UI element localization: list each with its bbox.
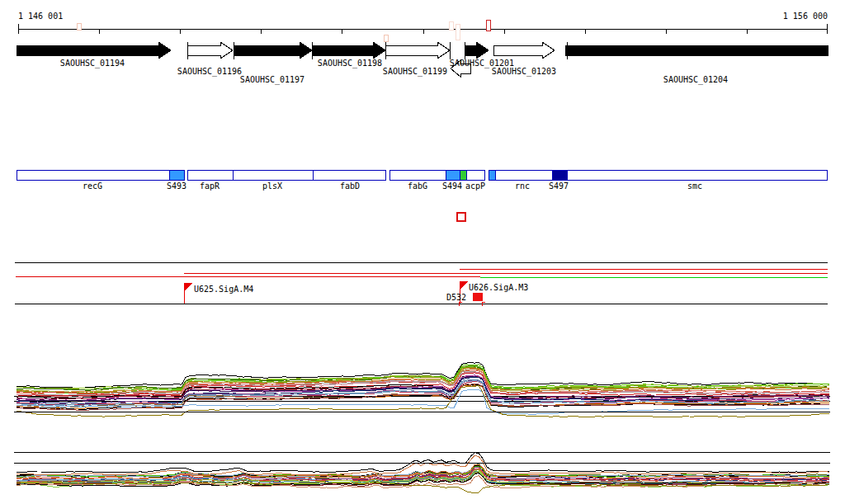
map-label[interactable]: smc xyxy=(687,181,702,191)
flag-label[interactable]: U625.SigA.M4 xyxy=(194,285,253,294)
map-segment[interactable] xyxy=(460,171,466,180)
gene-arrow[interactable] xyxy=(465,42,489,59)
map-label[interactable]: S493 xyxy=(167,181,186,191)
map-segment[interactable] xyxy=(17,171,169,180)
gene-label[interactable]: SAOUHSC_01197 xyxy=(240,75,304,85)
map-segment[interactable] xyxy=(466,171,485,180)
profile-trace xyxy=(17,370,829,393)
map-segment[interactable] xyxy=(233,171,313,180)
gene-arrow[interactable] xyxy=(565,45,828,55)
gene-arrow[interactable] xyxy=(234,42,312,59)
gene-arrow[interactable] xyxy=(312,42,385,59)
prediction-mark xyxy=(384,35,388,41)
map-segment[interactable] xyxy=(489,171,495,180)
map-label[interactable]: fabG xyxy=(408,181,427,191)
flag-box-icon[interactable] xyxy=(473,293,483,301)
flag-icon[interactable] xyxy=(184,283,192,291)
probe-marker-square[interactable] xyxy=(457,213,465,221)
flag-label[interactable]: D532 xyxy=(446,293,466,302)
map-segment[interactable] xyxy=(446,171,460,180)
map-segment[interactable] xyxy=(169,171,185,180)
map-label[interactable]: rnc xyxy=(515,181,530,191)
prediction-mark xyxy=(449,21,453,30)
gene-arrow[interactable] xyxy=(187,42,233,59)
gene-label[interactable]: SAOUHSC_01199 xyxy=(383,67,447,77)
map-segment[interactable] xyxy=(495,171,552,180)
gene-label[interactable]: SAOUHSC_01204 xyxy=(663,75,728,85)
genome-browser-canvas: 1 146 001 1 156 000 SAOUHSC_01194SAOUHSC… xyxy=(0,0,845,504)
ruler-start-coordinate: 1 146 001 xyxy=(18,12,63,21)
map-segment[interactable] xyxy=(389,171,446,180)
map-label[interactable]: recG xyxy=(83,181,102,191)
browser-scene: 1 146 001 1 156 000 SAOUHSC_01194SAOUHSC… xyxy=(0,0,845,504)
gene-arrow[interactable] xyxy=(17,42,171,59)
prediction-mark xyxy=(456,24,460,40)
prediction-mark xyxy=(77,23,81,30)
prediction-mark xyxy=(486,20,490,31)
gene-label[interactable]: SAOUHSC_01203 xyxy=(492,67,556,77)
map-segment[interactable] xyxy=(552,171,567,180)
map-label[interactable]: S497 xyxy=(549,181,569,191)
ruler-end-coordinate: 1 156 000 xyxy=(783,12,828,21)
gene-label[interactable]: SAOUHSC_01196 xyxy=(177,67,242,77)
map-label[interactable]: S494 xyxy=(442,181,462,191)
gene-arrow[interactable] xyxy=(385,42,450,59)
coverage-trace-special xyxy=(17,453,829,473)
gene-label[interactable]: SAOUHSC_01198 xyxy=(318,59,382,68)
gene-arrow[interactable] xyxy=(493,42,555,59)
flag-label[interactable]: U626.SigA.M3 xyxy=(469,283,528,292)
gene-label[interactable]: SAOUHSC_01194 xyxy=(60,59,125,68)
map-segment[interactable] xyxy=(187,171,233,180)
map-segment[interactable] xyxy=(313,171,386,180)
map-label[interactable]: fapR xyxy=(200,181,220,191)
coverage-trace xyxy=(17,464,829,478)
map-label[interactable]: fabD xyxy=(340,181,360,191)
map-label[interactable]: acpP xyxy=(465,181,485,191)
flag-icon[interactable] xyxy=(460,281,468,290)
map-label[interactable]: plsX xyxy=(262,181,282,191)
map-segment[interactable] xyxy=(567,171,828,180)
